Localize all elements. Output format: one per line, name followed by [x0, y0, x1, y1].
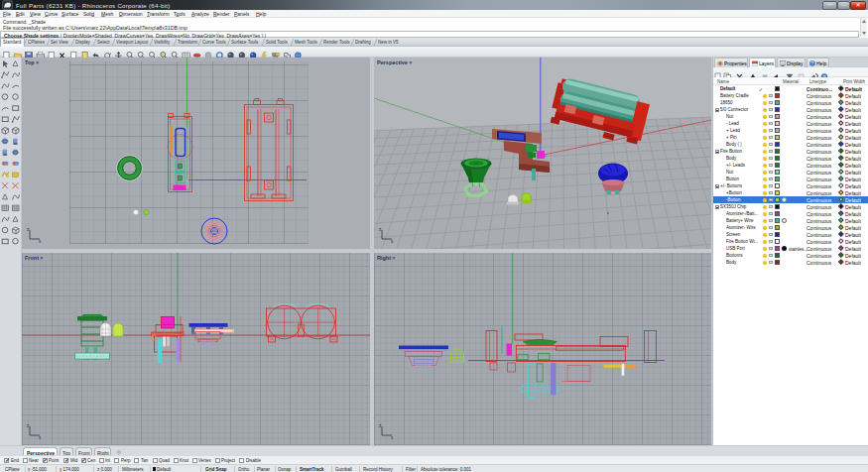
svg-text:z: z — [27, 227, 30, 232]
svg-text:x: x — [39, 435, 42, 440]
svg-text:x: x — [391, 435, 394, 440]
svg-text:x: x — [39, 239, 42, 244]
svg-text:z: z — [379, 423, 382, 428]
svg-text:z: z — [27, 423, 30, 428]
svg-text:?: ? — [811, 60, 814, 66]
